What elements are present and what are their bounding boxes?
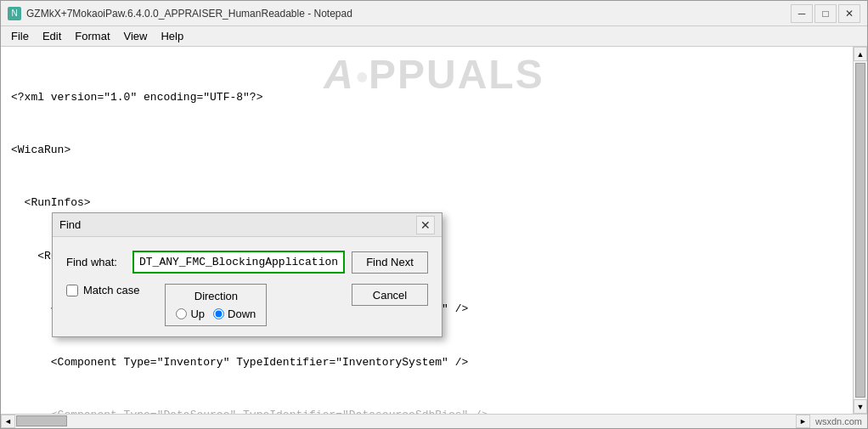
menu-help[interactable]: Help: [154, 28, 190, 44]
cancel-button[interactable]: Cancel: [352, 284, 428, 306]
minimize-button[interactable]: ─: [791, 4, 813, 23]
match-case-row: Match case: [66, 284, 139, 296]
scroll-down-button[interactable]: ▼: [854, 399, 867, 414]
direction-radio-row: Up Down: [176, 308, 256, 320]
menu-bar: File Edit Format View Help: [1, 26, 867, 47]
window-title: GZMkX+7MokaoiPaw.6.4.0.0_APPRAISER_Human…: [26, 8, 352, 20]
direction-up-label: Up: [190, 308, 205, 320]
find-dialog-close-button[interactable]: ✕: [416, 216, 435, 234]
find-dialog-title: Find: [59, 218, 81, 231]
title-bar-left: N GZMkX+7MokaoiPaw.6.4.0.0_APPRAISER_Hum…: [8, 7, 352, 20]
scroll-thumb-v[interactable]: [855, 63, 865, 398]
direction-label: Direction: [176, 290, 256, 302]
menu-format[interactable]: Format: [68, 28, 116, 44]
horizontal-scrollbar: ◄ ► wsxdn.com: [1, 414, 867, 428]
scroll-track-h[interactable]: [15, 415, 796, 428]
content-area: <?xml version="1.0" encoding="UTF-8"?> <…: [1, 47, 867, 414]
scroll-up-button[interactable]: ▲: [854, 47, 867, 61]
wsxdn-label: wsxdn.com: [810, 416, 867, 426]
find-bottom-section: Match case Direction Up Down: [66, 284, 428, 326]
direction-down-label: Down: [228, 308, 256, 320]
find-input-wrapper: [132, 251, 345, 274]
find-dialog: Find ✕ Find what: Find Next: [52, 212, 442, 337]
scroll-right-button[interactable]: ►: [796, 415, 810, 428]
direction-down-option[interactable]: Down: [213, 308, 256, 320]
find-dialog-body: Find what: Find Next Match case: [53, 237, 442, 336]
editor-line-2: <WicaRun>: [11, 142, 843, 160]
app-icon: N: [8, 7, 21, 20]
close-button[interactable]: ✕: [838, 4, 860, 23]
find-what-label: Find what:: [66, 256, 126, 268]
editor-line-6: <Component Type="Inventory" TypeIdentifi…: [11, 354, 843, 372]
direction-up-radio[interactable]: [176, 308, 187, 319]
scroll-thumb-h[interactable]: [16, 415, 67, 426]
scroll-left-button[interactable]: ◄: [1, 415, 15, 428]
vertical-scrollbar: ▲ ▼: [853, 47, 867, 414]
find-dialog-title-bar: Find ✕: [53, 213, 442, 237]
direction-group: Direction Up Down: [165, 284, 267, 326]
match-case-checkbox[interactable]: [66, 285, 78, 296]
title-bar-buttons: ─ □ ✕: [791, 4, 860, 23]
editor-line-7: <Component Type="DataSource" TypeIdentif…: [11, 407, 843, 414]
menu-view[interactable]: View: [117, 28, 155, 44]
direction-down-radio[interactable]: [213, 308, 224, 319]
editor-line-1: <?xml version="1.0" encoding="UTF-8"?>: [11, 89, 843, 107]
direction-up-option[interactable]: Up: [176, 308, 205, 320]
find-what-input[interactable]: [134, 252, 343, 272]
editor-line-3: <RunInfos>: [11, 195, 843, 212]
find-action-buttons: Cancel: [352, 284, 428, 306]
main-window: N GZMkX+7MokaoiPaw.6.4.0.0_APPRAISER_Hum…: [0, 0, 868, 429]
maximize-button[interactable]: □: [814, 4, 837, 23]
menu-file[interactable]: File: [4, 28, 36, 44]
find-next-button[interactable]: Find Next: [352, 251, 428, 274]
find-options: Match case: [66, 284, 156, 296]
find-what-row: Find what: Find Next: [66, 251, 428, 274]
title-bar: N GZMkX+7MokaoiPaw.6.4.0.0_APPRAISER_Hum…: [1, 1, 867, 26]
match-case-label: Match case: [83, 284, 139, 296]
menu-edit[interactable]: Edit: [36, 28, 68, 44]
